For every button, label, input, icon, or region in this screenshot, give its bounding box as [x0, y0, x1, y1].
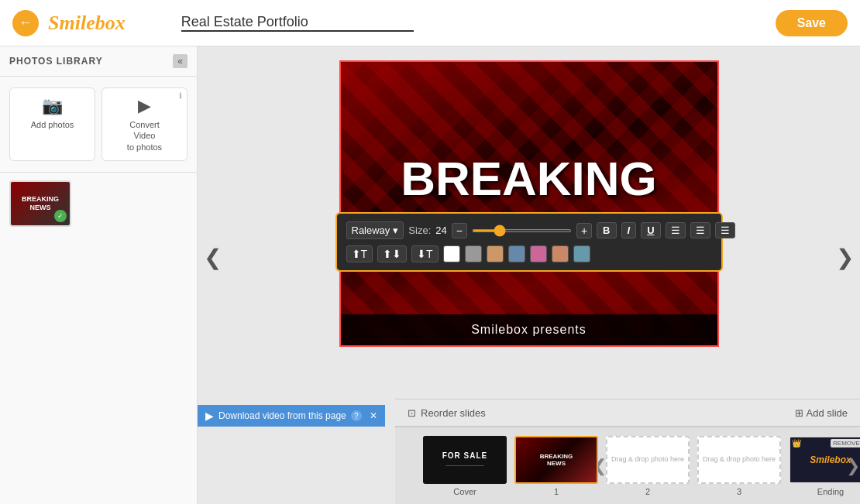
header: ← Smilebox Save — [0, 0, 860, 46]
cover-subtitle: ────────── — [442, 463, 488, 468]
info-icon: ℹ — [179, 91, 182, 100]
project-title-input[interactable] — [181, 14, 414, 32]
add-slide-button[interactable]: ⊞ Add slide — [795, 407, 848, 419]
slide-label-2: 2 — [645, 487, 650, 496]
play-icon: ▶ — [205, 410, 214, 422]
color-swatch-tan[interactable] — [487, 245, 504, 262]
convert-video-label: ConvertVideoto photos — [127, 119, 162, 153]
remove-button[interactable]: REMOVE ✕ — [831, 439, 860, 447]
chevron-down-icon: ▾ — [393, 225, 398, 236]
logo: Smilebox — [48, 12, 126, 35]
slide-thumb-2-img[interactable]: Drag & drop photo here — [606, 436, 690, 484]
slide-canvas: BREAKINGNEWS Smilebox presents Raleway ▾… — [339, 60, 719, 347]
sidebar-header: PHOTOS LIBRARY « — [0, 46, 197, 77]
breaking-thumb-text: BREAKINGNEWS — [540, 453, 573, 467]
align-center-button[interactable]: ☰ — [690, 222, 710, 238]
slide-thumb-1-img[interactable]: BREAKINGNEWS — [514, 436, 598, 484]
canvas-area: ❮ ❯ BREAKINGNEWS Smilebox presents Ralew… — [198, 46, 860, 504]
size-label: Size: — [408, 225, 431, 236]
underline-button[interactable]: U — [641, 222, 660, 238]
align-left-button[interactable]: ☰ — [666, 222, 686, 238]
filmstrip: ❮ FOR SALE ────────── Cover BREAKINGNEWS… — [395, 427, 860, 504]
back-button[interactable]: ← — [12, 10, 39, 36]
save-button[interactable]: Save — [776, 10, 848, 36]
prev-slide-button[interactable]: ❮ — [204, 245, 222, 270]
color-swatch-orange[interactable] — [552, 245, 569, 262]
color-swatch-teal[interactable] — [573, 245, 590, 262]
size-slider[interactable] — [472, 229, 572, 232]
close-download-button[interactable]: ✕ — [370, 410, 377, 421]
reorder-icon: ⊡ — [408, 407, 416, 419]
photo-thumbnail-area: BREAKINGNEWS ✓ — [0, 173, 197, 235]
sidebar: PHOTOS LIBRARY « 📷 Add photos ▶ ConvertV… — [0, 46, 198, 504]
toolbar-row-2: ⬆T ⬆⬇ ⬇T — [346, 245, 712, 262]
valign-middle-button[interactable]: ⬆⬇ — [377, 245, 407, 262]
toolbar-row-1: Raleway ▾ Size: 24 − + B I U ☰ ☰ ☰ — [346, 221, 712, 239]
size-decrease-button[interactable]: − — [452, 223, 467, 238]
download-bar[interactable]: ▶ Download video from this page ? ✕ — [198, 405, 385, 427]
valign-bottom-button[interactable]: ⬇T — [411, 245, 439, 262]
size-increase-button[interactable]: + — [576, 223, 592, 238]
font-selector[interactable]: Raleway ▾ — [346, 221, 404, 239]
check-badge: ✓ — [54, 210, 67, 222]
slide-thumb-3-img[interactable]: Drag & drop photo here — [697, 436, 781, 484]
filmstrip-next-button[interactable]: ❯ — [846, 456, 860, 476]
camera-icon: 📷 — [42, 96, 63, 116]
slide-label-cover: Cover — [453, 487, 476, 496]
slide-thumb-cover: FOR SALE ────────── Cover — [423, 436, 507, 496]
reorder-slides-button[interactable]: ⊡ Reorder slides — [408, 407, 486, 419]
smilebox-ending-text: Smilebox — [810, 454, 851, 465]
next-slide-button[interactable]: ❯ — [836, 245, 854, 270]
main-layout: PHOTOS LIBRARY « 📷 Add photos ▶ ConvertV… — [0, 46, 860, 504]
crown-icon: 👑 — [792, 439, 801, 447]
sidebar-actions: 📷 Add photos ▶ ConvertVideoto photos ℹ — [0, 77, 197, 173]
video-icon: ▶ — [138, 96, 151, 116]
photo-thumbnail[interactable]: BREAKINGNEWS ✓ — [9, 180, 71, 227]
slide-label-3: 3 — [737, 487, 741, 496]
color-swatch-pink[interactable] — [530, 245, 547, 262]
bold-button[interactable]: B — [597, 222, 616, 238]
color-swatch-white[interactable] — [443, 245, 460, 262]
photos-library-title: PHOTOS LIBRARY — [9, 56, 103, 67]
slide-thumb-1: BREAKINGNEWS 1 — [514, 436, 598, 496]
slide-controls-bar: ⊡ Reorder slides ⊞ Add slide — [395, 399, 860, 427]
color-swatch-blue[interactable] — [508, 245, 525, 262]
size-value: 24 — [435, 225, 446, 236]
convert-video-button[interactable]: ▶ ConvertVideoto photos ℹ — [101, 87, 187, 161]
text-toolbar: Raleway ▾ Size: 24 − + B I U ☰ ☰ ☰ ⬆T — [335, 212, 723, 272]
plus-icon: ⊞ — [795, 407, 803, 419]
collapse-sidebar-button[interactable]: « — [173, 54, 187, 68]
ending-overlay: 👑 REMOVE ✕ — [792, 439, 860, 447]
slide-thumb-3: Drag & drop photo here 3 — [697, 436, 781, 496]
italic-button[interactable]: I — [621, 222, 637, 238]
valign-top-button[interactable]: ⬆T — [346, 245, 373, 262]
for-sale-text: FOR SALE — [442, 451, 488, 460]
add-photos-button[interactable]: 📷 Add photos — [9, 87, 95, 161]
slide-label-ending: Ending — [817, 487, 844, 496]
slide-background: BREAKINGNEWS — [341, 62, 717, 345]
help-icon[interactable]: ? — [351, 410, 362, 421]
add-photos-label: Add photos — [31, 119, 74, 130]
slide-thumb-2: Drag & drop photo here 2 — [606, 436, 690, 496]
color-swatch-gray[interactable] — [465, 245, 482, 262]
slide-subtitle: Smilebox presents — [341, 314, 717, 345]
download-label: Download video from this page — [218, 410, 346, 421]
slide-label-1: 1 — [554, 487, 559, 496]
align-right-button[interactable]: ☰ — [715, 222, 735, 238]
slide-thumb-cover-img[interactable]: FOR SALE ────────── — [423, 436, 507, 484]
